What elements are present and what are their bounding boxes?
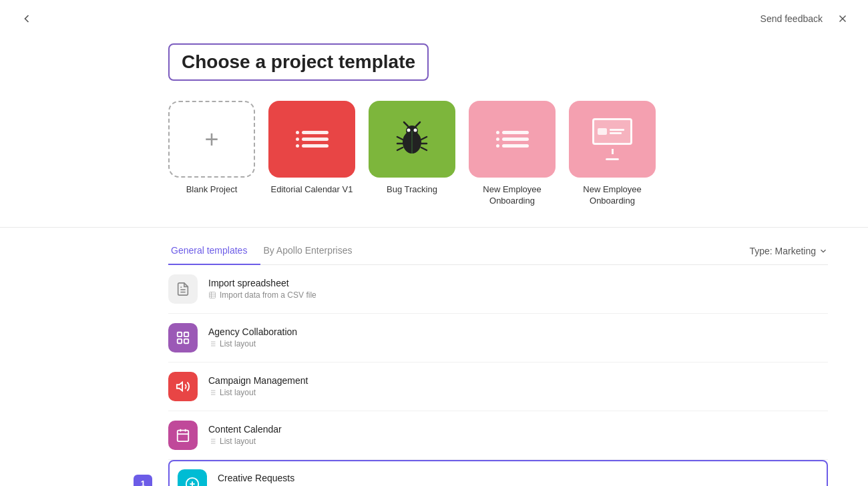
import-spreadsheet-icon: [168, 274, 198, 304]
featured-templates: + Blank Project Editorial Calendar V1: [0, 94, 868, 227]
creative-requests-name: Creative Requests: [218, 473, 819, 483]
editorial-v1-card-label: Editorial Calendar V1: [271, 184, 353, 196]
import-spreadsheet-text: Import spreadsheet Import data from a CS…: [208, 278, 828, 300]
bug-tracking-card-label: Bug Tracking: [387, 184, 437, 196]
content-calendar-text: Content Calendar List layout: [208, 424, 828, 446]
agency-collaboration-icon: [168, 323, 198, 352]
agency-collaboration-name: Agency Collaboration: [208, 326, 828, 337]
plus-icon: +: [204, 126, 218, 154]
editorial-v1-card-icon: [268, 101, 355, 178]
new-employee-2-card-icon: [569, 101, 656, 178]
bug-icon: [392, 119, 432, 160]
list-item-import-spreadsheet[interactable]: Import spreadsheet Import data from a CS…: [168, 265, 828, 314]
tab-apollo-enterprises[interactable]: By Apollo Enterprises: [260, 238, 365, 265]
back-button[interactable]: [16, 8, 37, 29]
campaign-management-text: Campaign Management List layout: [208, 375, 828, 397]
list-item-content-calendar[interactable]: Content Calendar List layout: [168, 411, 828, 460]
new-employee-1-card-icon: [469, 101, 556, 178]
svg-marker-32: [177, 382, 182, 391]
tabs-header: General templates By Apollo Enterprises …: [168, 228, 828, 265]
selected-badge: 1: [134, 475, 152, 486]
type-filter-label: Type: Marketing: [749, 246, 816, 256]
svg-rect-18: [210, 292, 216, 298]
svg-point-4: [407, 128, 411, 132]
content-calendar-icon: [168, 421, 198, 450]
svg-line-6: [404, 122, 408, 126]
svg-rect-25: [184, 339, 188, 343]
svg-rect-24: [178, 339, 182, 343]
agency-collaboration-desc: List layout: [208, 339, 828, 348]
template-list: Import spreadsheet Import data from a CS…: [168, 265, 828, 486]
svg-line-11: [421, 137, 427, 140]
template-card-editorial-v1[interactable]: Editorial Calendar V1: [268, 101, 355, 196]
svg-rect-22: [178, 332, 182, 336]
svg-line-13: [421, 148, 427, 150]
import-spreadsheet-desc: Import data from a CSV file: [208, 290, 828, 300]
content-calendar-desc: List layout: [208, 437, 828, 446]
blank-card-icon: +: [168, 101, 255, 178]
tab-general-templates[interactable]: General templates: [168, 238, 260, 265]
template-card-new-employee-1[interactable]: New EmployeeOnboarding: [469, 101, 556, 207]
creative-requests-icon: [178, 469, 207, 486]
import-spreadsheet-name: Import spreadsheet: [208, 278, 828, 288]
agency-collaboration-text: Agency Collaboration List layout: [208, 326, 828, 348]
list-item-agency-collaboration[interactable]: Agency Collaboration List layout: [168, 314, 828, 362]
campaign-management-icon: [168, 372, 198, 401]
new-employee-2-card-label: New EmployeeOnboarding: [583, 184, 641, 207]
list-icon: [296, 131, 329, 148]
list-item-campaign-management[interactable]: Campaign Management List layout: [168, 362, 828, 411]
send-feedback-button[interactable]: Send feedback: [761, 13, 823, 24]
presentation-icon: [592, 118, 632, 160]
list-item-creative-requests[interactable]: 1 Creative Requests Board layout: [168, 460, 828, 486]
type-filter[interactable]: Type: Marketing: [749, 246, 828, 256]
creative-requests-text: Creative Requests Board layout: [218, 473, 819, 486]
svg-line-7: [416, 122, 420, 126]
list-icon-2: [496, 131, 529, 148]
content-calendar-name: Content Calendar: [208, 424, 828, 435]
bug-tracking-card-icon: [369, 101, 455, 178]
template-card-new-employee-2[interactable]: New EmployeeOnboarding: [569, 101, 656, 207]
main-content: Choose a project template + Blank Projec…: [0, 37, 868, 486]
svg-rect-39: [178, 430, 189, 441]
tabs-section: General templates By Apollo Enterprises …: [0, 228, 868, 486]
svg-line-8: [397, 137, 403, 140]
campaign-management-name: Campaign Management: [208, 375, 828, 386]
campaign-management-desc: List layout: [208, 388, 828, 397]
template-card-blank[interactable]: + Blank Project: [168, 101, 255, 196]
blank-card-label: Blank Project: [186, 184, 238, 196]
close-button[interactable]: [833, 9, 852, 28]
svg-rect-23: [184, 332, 188, 336]
page-title: Choose a project template: [168, 43, 429, 81]
new-employee-1-card-label: New EmployeeOnboarding: [483, 184, 541, 207]
template-card-bug-tracking[interactable]: Bug Tracking: [369, 101, 455, 196]
svg-point-5: [414, 128, 417, 132]
tabs-left: General templates By Apollo Enterprises: [168, 238, 365, 264]
svg-line-10: [397, 148, 403, 150]
